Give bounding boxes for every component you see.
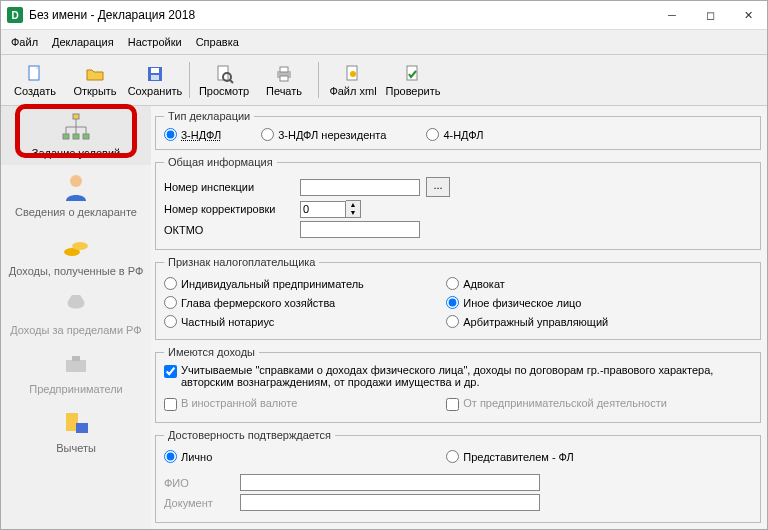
toolbar-check[interactable]: Проверить [383,59,443,101]
menu-help[interactable]: Справка [190,34,245,50]
input-doc [240,494,540,511]
input-correction[interactable] [300,201,346,218]
window-title: Без имени - Декларация 2018 [29,8,653,22]
deductions-icon [60,407,92,439]
legend-trust: Достоверность подтверждается [164,429,335,441]
new-file-icon [25,64,45,84]
fieldset-general: Общая информация Номер инспекции ... Ном… [155,156,761,250]
svg-point-11 [350,71,356,77]
preview-icon [214,64,234,84]
radio-self[interactable]: Лично [164,450,446,463]
svg-line-6 [230,80,233,83]
radio-farmer[interactable]: Глава фермерского хозяйства [164,296,446,309]
app-icon: D [7,7,23,23]
sidebar-label: Вычеты [56,442,96,454]
sidebar-label: Предприниматели [29,383,122,395]
spin-up-icon[interactable]: ▲ [346,201,360,209]
menu-settings[interactable]: Настройки [122,34,188,50]
svg-rect-9 [280,76,288,81]
spinner-correction[interactable]: ▲▼ [300,200,361,218]
input-oktmo[interactable] [300,221,420,238]
svg-rect-16 [83,134,89,139]
svg-rect-23 [76,423,88,433]
label-correction: Номер корректировки [164,203,294,215]
toolbar-xml[interactable]: Файл xml [323,59,383,101]
sidebar-label: Сведения о декларанте [15,206,137,218]
fieldset-income: Имеются доходы Учитываемые "справками о … [155,346,761,423]
sidebar-item-declarant[interactable]: Сведения о декларанте [1,165,151,224]
svg-rect-8 [280,67,288,72]
radio-ip[interactable]: Индивидуальный предприниматель [164,277,446,290]
main-body: Задание условий Сведения о декларанте До… [1,106,767,529]
menubar: Файл Декларация Настройки Справка [1,30,767,55]
label-oktmo: ОКТМО [164,224,294,236]
check-icon [403,64,423,84]
printer-icon [274,64,294,84]
toolbar-open[interactable]: Открыть [65,59,125,101]
folder-open-icon [85,64,105,84]
radio-arbitr[interactable]: Арбитражный управляющий [446,315,728,328]
svg-rect-2 [151,68,159,73]
maximize-button[interactable]: ◻ [691,1,729,29]
svg-rect-21 [72,356,80,361]
sidebar-item-income-rf[interactable]: Доходы, полученные в РФ [1,224,151,283]
button-pick-inspection[interactable]: ... [426,177,450,197]
svg-point-17 [70,175,82,187]
fieldset-trust: Достоверность подтверждается Лично Предс… [155,429,761,523]
toolbar-separator [318,62,319,98]
sidebar-item-conditions[interactable]: Задание условий [1,106,151,165]
tree-icon [60,112,92,144]
close-button[interactable]: ✕ [729,1,767,29]
radio-3ndfl[interactable]: 3-НДФЛ [164,128,221,141]
check-income-business[interactable]: От предпринимательской деятельности [446,397,728,411]
coins-icon [60,230,92,262]
briefcase-icon [60,348,92,380]
input-fio [240,474,540,491]
save-icon [145,64,165,84]
radio-other-person[interactable]: Иное физическое лицо [446,296,728,309]
xml-file-icon [343,64,363,84]
svg-rect-20 [66,360,86,372]
radio-rep-fl[interactable]: Представителем - ФЛ [446,450,728,463]
toolbar-save[interactable]: Сохранить [125,59,185,101]
legend-payer: Признак налогоплательщика [164,256,319,268]
label-doc: Документ [164,497,234,509]
sidebar-item-deductions[interactable]: Вычеты [1,401,151,460]
spin-down-icon[interactable]: ▼ [346,209,360,217]
toolbar: Создать Открыть Сохранить Просмотр Печат… [1,55,767,106]
radio-3ndfl-nonres[interactable]: 3-НДФЛ нерезидента [261,128,386,141]
legend-general: Общая информация [164,156,277,168]
toolbar-view[interactable]: Просмотр [194,59,254,101]
svg-rect-14 [63,134,69,139]
toolbar-print[interactable]: Печать [254,59,314,101]
minimize-button[interactable]: ─ [653,1,691,29]
svg-rect-13 [73,114,79,119]
check-income-foreign[interactable]: В иностранной валюте [164,397,446,411]
money-bag-icon [60,289,92,321]
radio-4ndfl[interactable]: 4-НДФЛ [426,128,483,141]
titlebar: D Без имени - Декларация 2018 ─ ◻ ✕ [1,1,767,30]
person-icon [60,171,92,203]
toolbar-separator [189,62,190,98]
sidebar-item-income-abroad[interactable]: Доходы за пределами РФ [1,283,151,342]
svg-rect-15 [73,134,79,139]
sidebar: Задание условий Сведения о декларанте До… [1,106,151,529]
menu-file[interactable]: Файл [5,34,44,50]
check-income-spravki[interactable]: Учитываемые "справками о доходах физичес… [164,364,752,388]
toolbar-create[interactable]: Создать [5,59,65,101]
app-window: D Без имени - Декларация 2018 ─ ◻ ✕ Файл… [0,0,768,530]
label-inspection: Номер инспекции [164,181,294,193]
sidebar-label: Задание условий [32,147,120,159]
sidebar-item-entrepreneurs[interactable]: Предприниматели [1,342,151,401]
svg-rect-3 [151,75,159,80]
content-pane: Тип декларации 3-НДФЛ 3-НДФЛ нерезидента… [151,106,767,529]
menu-declaration[interactable]: Декларация [46,34,120,50]
legend-income: Имеются доходы [164,346,259,358]
radio-notary[interactable]: Частный нотариус [164,315,446,328]
sidebar-label: Доходы за пределами РФ [10,324,141,336]
radio-lawyer[interactable]: Адвокат [446,277,728,290]
sidebar-label: Доходы, полученные в РФ [9,265,144,277]
input-inspection[interactable] [300,179,420,196]
legend-decl-type: Тип декларации [164,110,254,122]
svg-point-19 [72,242,88,250]
